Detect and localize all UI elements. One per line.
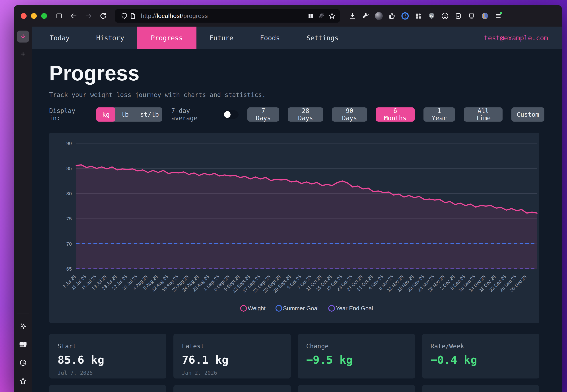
chart-controls: Display in: kg lb st/lb 7-day average 7 … [49,107,544,122]
vertical-tab-strip [14,27,32,392]
page-subtitle: Track your weight loss journey with char… [49,91,544,98]
ai-sparkles-icon[interactable] [19,322,27,331]
url-scheme: http:// [141,12,157,19]
bookmark-star-icon[interactable] [328,12,336,20]
device-screen-icon[interactable] [467,12,476,20]
range-1-year-button[interactable]: 1 Year [424,107,455,122]
stat-sub: Jul 7, 2025 [58,370,157,376]
stat-card-latest: Latest 76.1 kg Jan 2, 2026 [173,334,290,378]
url-path: /progress [182,12,208,19]
stat-label: Start [58,343,157,350]
range-90-days-button[interactable]: 90 Days [332,107,367,122]
round-badge-icon[interactable] [441,12,449,20]
reload-icon[interactable] [99,12,107,20]
range-7-days-button[interactable]: 7 Days [247,107,279,122]
stat-card-rate: Rate/Week −0.4 kg [422,334,539,378]
weight-chart-panel: 6570758085907 Jul 2511 Jul 2515 Jul 2519… [49,133,539,323]
stat-sub: Jan 2, 2026 [182,370,282,376]
stat-value: −9.5 kg [306,353,406,366]
page-content: Today History Progress Future Foods Sett… [32,27,562,392]
extension-toolbar: uO [348,12,502,20]
nav-item-future[interactable]: Future [209,27,233,49]
avg-toggle-label: 7-day average [171,107,218,122]
nav-item-today[interactable]: Today [50,27,69,49]
stat-label: Rate/Week [430,343,530,350]
account-email[interactable]: test@example.com [484,34,548,42]
svg-text:uO: uO [430,14,433,17]
tracking-shield-icon[interactable] [120,12,128,20]
zoom-window-button[interactable] [41,13,47,19]
stat-card-partial [422,385,539,392]
page-info-icon[interactable] [128,12,137,20]
stat-value: 85.6 kg [58,353,157,366]
nav-item-progress[interactable]: Progress [137,27,197,49]
legend-label: Weight [248,305,266,312]
traffic-lights [21,13,47,19]
menu-hamburger-icon[interactable] [494,12,502,20]
y-tick-label: 85 [67,166,72,171]
close-window-button[interactable] [21,13,27,19]
progress-page: Progress Track your weight loss journey … [32,49,562,392]
stat-label: Latest [182,343,282,350]
range-6-months-button[interactable]: 6 Months [376,107,415,122]
stat-value: −0.4 kg [430,353,530,366]
sidebar-toggle-icon[interactable] [55,12,63,20]
y-tick-label: 65 [67,266,72,272]
browser-toolbar: http://localhost/progress [14,5,562,27]
profile-avatar[interactable] [375,12,383,20]
range-all-time-button[interactable]: All Time [464,107,502,122]
stats-row-2 [49,385,539,392]
devices-sync-icon[interactable] [19,340,27,350]
unit-option-kg[interactable]: kg [96,107,115,122]
unit-option-lb[interactable]: lb [115,107,134,122]
picture-in-picture-icon[interactable] [306,12,315,20]
legend-item[interactable]: Year End Goal [329,305,373,312]
active-tab-button[interactable] [17,30,29,42]
y-tick-label: 75 [67,216,72,222]
forward-icon[interactable] [84,12,93,20]
desktop: { "browser": { "url": { "prefix": "http:… [0,0,567,392]
range-custom-button[interactable]: Custom [512,107,544,122]
menu-update-badge [500,12,502,14]
display-in-label: Display in: [49,107,89,122]
bookmarks-star-icon[interactable] [19,377,27,386]
tab-favicon-down-arrow-icon [20,33,26,40]
page-title: Progress [49,63,544,84]
legend-item[interactable]: Weight [241,305,266,312]
ublock-shield-icon[interactable]: uO [428,12,436,20]
range-28-days-button[interactable]: 28 Days [288,107,323,122]
globe-icon[interactable] [481,12,489,20]
minimize-window-button[interactable] [31,13,37,19]
legend-ring-icon [276,305,282,311]
new-tab-button[interactable] [17,49,29,59]
legend-label: Year End Goal [336,305,373,312]
stat-card-partial [298,385,415,392]
legend-item[interactable]: Summer Goal [276,305,318,312]
url-text[interactable]: http://localhost/progress [141,12,208,19]
pin-tab-disabled-icon[interactable] [317,12,326,20]
history-clock-icon[interactable] [19,359,27,368]
nav-item-settings[interactable]: Settings [306,27,339,49]
wrench-icon[interactable] [361,12,370,20]
url-bar[interactable]: http://localhost/progress [115,9,340,23]
stats-row: Start 85.6 kg Jul 7, 2025 Latest 76.1 kg… [49,334,539,378]
legend-ring-icon [329,305,334,311]
y-tick-label: 90 [67,141,72,146]
back-icon[interactable] [69,12,78,20]
nav-item-history[interactable]: History [96,27,124,49]
container-box-icon[interactable] [454,12,462,20]
avg-toggle-switch[interactable] [223,110,238,119]
weight-chart-svg[interactable]: 6570758085907 Jul 2511 Jul 2515 Jul 2519… [49,133,539,323]
stat-label: Change [306,343,406,350]
stat-card-partial [49,385,166,392]
nav-item-foods[interactable]: Foods [260,27,280,49]
y-tick-label: 70 [67,241,72,247]
extensions-puzzle-icon[interactable] [414,12,423,20]
unit-option-stlb[interactable]: st/lb [134,107,162,122]
downloads-icon[interactable] [348,12,357,20]
onepassword-icon[interactable] [401,12,409,20]
range-buttons: 7 Days 28 Days 90 Days 6 Months 1 Year A… [247,107,544,122]
stat-value: 76.1 kg [182,353,282,366]
thumbs-up-extension-icon[interactable] [387,12,396,20]
browser-window: http://localhost/progress [14,5,562,392]
